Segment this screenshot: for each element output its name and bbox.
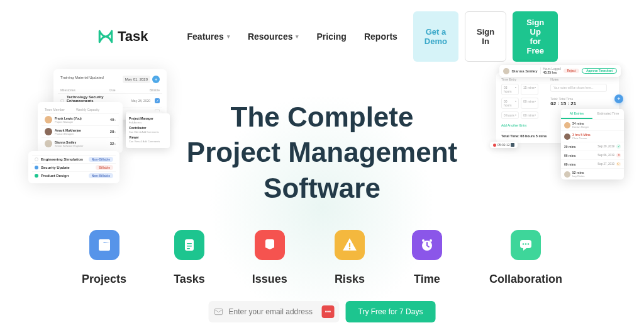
nav-features[interactable]: Features▾ [187, 31, 230, 42]
svg-rect-1 [187, 243, 192, 244]
card-title: Training Material Updated [60, 76, 104, 83]
warning-icon: ••• [322, 305, 335, 318]
header-actions: Get a Demo Sign In Sign Up for Free [413, 11, 558, 62]
svg-rect-3 [187, 248, 190, 249]
feature-row: Projects Tasks Issues Risks Time Collabo… [0, 230, 644, 286]
chat-icon [518, 237, 533, 253]
folder-icon [97, 237, 112, 253]
feature-risks[interactable]: Risks [335, 230, 365, 286]
svg-point-6 [349, 248, 351, 250]
nav-reports[interactable]: Reports [364, 31, 397, 42]
try-free-button[interactable]: Try Free for 7 Days [346, 301, 436, 322]
add-icon[interactable]: + [152, 76, 160, 83]
hero-title: The Complete Project Management Software [0, 100, 644, 206]
svg-point-11 [523, 243, 525, 245]
svg-rect-2 [187, 246, 192, 247]
email-bar: ••• Try Free for 7 Days [209, 301, 436, 322]
sign-up-button[interactable]: Sign Up for Free [513, 11, 558, 62]
site-header: Task Features▾ Resources▾ Pricing Report… [0, 0, 644, 62]
email-input-wrap: ••• [209, 301, 340, 322]
feature-projects[interactable]: Projects [82, 230, 126, 286]
svg-rect-5 [349, 243, 350, 248]
clock-icon [419, 237, 435, 253]
avatar [503, 68, 509, 74]
nav-resources[interactable]: Resources▾ [248, 31, 299, 42]
sign-in-button[interactable]: Sign In [465, 11, 506, 62]
email-input[interactable] [229, 307, 317, 316]
feature-issues[interactable]: Issues [252, 230, 287, 286]
feature-time[interactable]: Time [412, 230, 442, 286]
svg-rect-14 [215, 309, 223, 314]
get-demo-button[interactable]: Get a Demo [413, 11, 458, 62]
feature-collaboration[interactable]: Collaboration [489, 230, 562, 286]
svg-point-8 [422, 239, 425, 242]
clipboard-icon [182, 237, 197, 253]
nav-pricing[interactable]: Pricing [316, 31, 346, 42]
svg-point-9 [430, 239, 432, 242]
reject-button[interactable]: Reject [564, 69, 580, 73]
chevron-down-icon: ▾ [227, 33, 230, 40]
feature-tasks[interactable]: Tasks [174, 230, 205, 286]
warning-icon [341, 237, 358, 253]
hero: The Complete Project Management Software [0, 100, 644, 206]
svg-point-12 [525, 243, 527, 245]
email-icon [214, 307, 224, 317]
approve-button[interactable]: Approve Timesheet [582, 68, 617, 74]
logo[interactable]: Task [97, 28, 148, 45]
nav-menu: Features▾ Resources▾ Pricing Reports [187, 31, 397, 42]
date-badge: May 01, 2020 [123, 76, 150, 83]
flag-icon [262, 237, 277, 253]
chevron-down-icon: ▾ [296, 33, 299, 40]
logo-text: Task [118, 28, 148, 45]
svg-point-13 [528, 243, 530, 245]
notes-field[interactable]: Your notes will be shown here... [550, 84, 607, 92]
logo-icon [97, 28, 114, 45]
user-pill: Dianna Smiley Hours Logged40.25 hrs Reje… [499, 65, 621, 77]
